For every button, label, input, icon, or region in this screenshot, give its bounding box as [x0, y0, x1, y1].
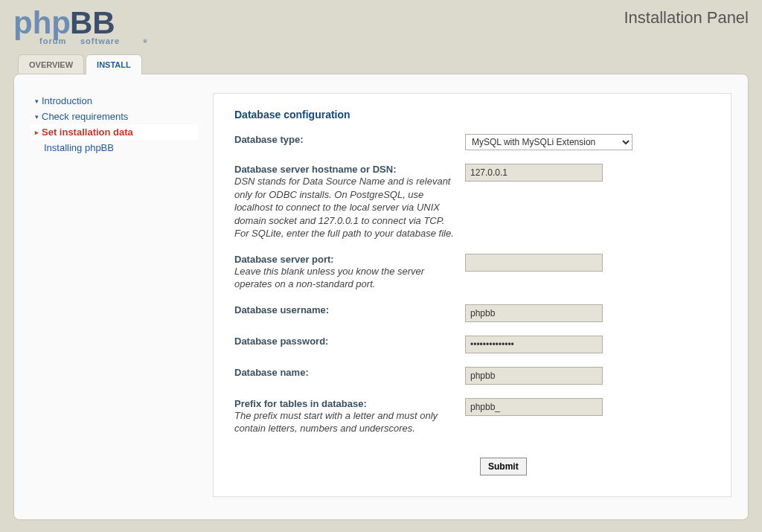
label-db-port: Database server port:	[234, 254, 334, 265]
label-db-type: Database type:	[234, 134, 303, 145]
hint-db-host: DSN stands for Data Source Name and is r…	[234, 176, 454, 239]
row-db-user: Database username:	[234, 304, 710, 322]
label-db-host: Database server hostname or DSN:	[234, 164, 396, 175]
svg-text:php: php	[13, 5, 71, 40]
row-db-name: Database name:	[234, 367, 710, 385]
sidenav: ▾ Introduction ▾ Check requirements ▸ Se…	[31, 93, 198, 497]
sidenav-item-label[interactable]: Set installation data	[42, 126, 133, 138]
sidenav-item-installing-phpbb[interactable]: Installing phpBB	[31, 140, 198, 156]
select-db-type[interactable]: MySQL with MySQLi Extension	[465, 134, 633, 150]
input-db-user[interactable]	[465, 304, 603, 322]
tab-overview[interactable]: OVERVIEW	[18, 54, 84, 74]
svg-text:R: R	[144, 40, 147, 43]
svg-text:software: software	[80, 36, 120, 45]
row-db-port: Database server port: Leave this blank u…	[234, 254, 710, 291]
label-db-prefix: Prefix for tables in database:	[234, 398, 367, 409]
chevron-right-icon: ▸	[35, 129, 39, 136]
header: php BB forum software R Installation Pan…	[0, 0, 762, 48]
svg-text:BB: BB	[70, 5, 115, 40]
main-panel: ▾ Introduction ▾ Check requirements ▸ Se…	[13, 74, 749, 520]
section-title: Database configuration	[234, 109, 710, 121]
sidenav-item-label[interactable]: Check requirements	[42, 111, 128, 122]
sidenav-item-label[interactable]: Installing phpBB	[44, 142, 114, 153]
page-title: Installation Panel	[624, 8, 749, 28]
row-db-pass: Database password:	[234, 336, 710, 353]
hint-db-prefix: The prefix must start with a letter and …	[234, 410, 438, 435]
row-db-type: Database type: MySQL with MySQLi Extensi…	[234, 134, 710, 150]
label-db-user: Database username:	[234, 304, 329, 315]
row-db-prefix: Prefix for tables in database: The prefi…	[234, 398, 710, 435]
svg-text:forum: forum	[39, 36, 66, 45]
chevron-down-icon: ▾	[35, 97, 39, 105]
sidenav-item-set-installation-data[interactable]: ▸ Set installation data	[31, 124, 198, 140]
phpbb-logo: php BB forum software R	[13, 4, 147, 48]
hint-db-port: Leave this blank unless you know the ser…	[234, 266, 424, 290]
content-panel: Database configuration Database type: My…	[213, 93, 731, 497]
sidenav-item-label[interactable]: Introduction	[42, 95, 92, 106]
label-db-pass: Database password:	[234, 336, 328, 347]
submit-button[interactable]: Submit	[480, 458, 527, 475]
sidenav-item-check-requirements[interactable]: ▾ Check requirements	[31, 109, 198, 124]
submit-row: Submit	[234, 458, 710, 475]
chevron-down-icon: ▾	[35, 113, 39, 121]
input-db-host[interactable]	[465, 164, 603, 182]
input-db-pass[interactable]	[465, 336, 603, 353]
input-db-name[interactable]	[465, 367, 603, 385]
sidenav-item-introduction[interactable]: ▾ Introduction	[31, 93, 198, 109]
tab-bar: OVERVIEW INSTALL	[13, 54, 762, 74]
tab-install[interactable]: INSTALL	[86, 54, 142, 74]
input-db-port[interactable]	[465, 254, 603, 272]
row-db-host: Database server hostname or DSN: DSN sta…	[234, 164, 710, 240]
label-db-name: Database name:	[234, 367, 309, 378]
input-db-prefix[interactable]	[465, 398, 603, 416]
